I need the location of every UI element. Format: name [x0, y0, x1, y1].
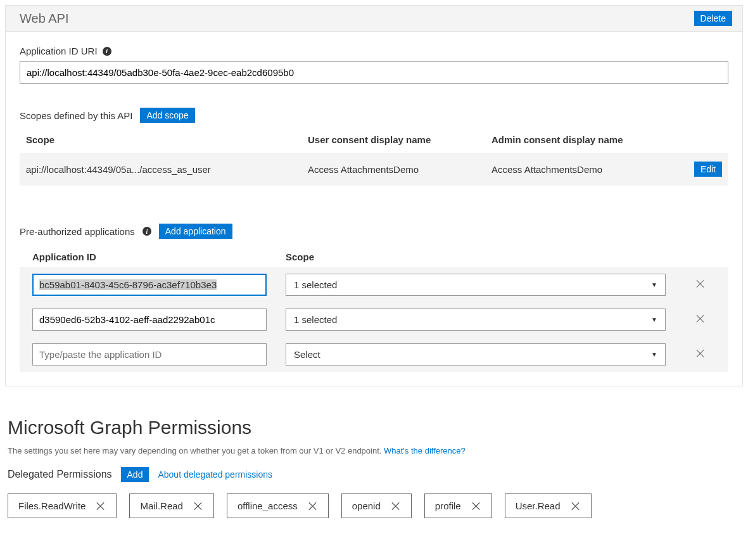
permission-chip: profile: [424, 493, 492, 518]
preauth-header: Application ID Scope: [20, 245, 728, 267]
app-id-input[interactable]: [32, 309, 267, 331]
scopes-table-header: Scope User consent display name Admin co…: [20, 129, 728, 153]
preauth-heading-row: Pre-authorized applications i Add applic…: [20, 224, 728, 239]
app-id-input[interactable]: bc59ab01-8403-45c6-8796-ac3ef710b3e3: [32, 274, 267, 296]
delete-button[interactable]: Delete: [694, 11, 732, 26]
graph-permissions-section: Microsoft Graph Permissions The settings…: [0, 391, 748, 531]
scopes-table: Scope User consent display name Admin co…: [20, 129, 728, 186]
remove-permission-icon[interactable]: [571, 501, 581, 511]
graph-subtext: The settings you set here may vary depen…: [8, 446, 740, 455]
chevron-down-icon: ▼: [651, 281, 657, 288]
scope-value: api://localhost:44349/05a.../access_as_u…: [26, 164, 308, 175]
remove-permission-icon[interactable]: [96, 501, 106, 511]
chip-label: Files.ReadWrite: [18, 500, 86, 511]
add-scope-button[interactable]: Add scope: [140, 108, 194, 123]
scope-dropdown[interactable]: 1 selected ▼: [286, 274, 666, 296]
chip-label: profile: [435, 500, 461, 511]
chip-label: Mail.Read: [140, 500, 183, 511]
scopes-table-row: api://localhost:44349/05a.../access_as_u…: [20, 153, 728, 186]
graph-heading: Microsoft Graph Permissions: [8, 417, 740, 438]
web-api-card: Web API Delete Application ID URI i Scop…: [5, 5, 743, 386]
remove-permission-icon[interactable]: [471, 501, 481, 511]
remove-permission-icon[interactable]: [308, 501, 318, 511]
app-id-uri-label-row: Application ID URI i: [20, 46, 728, 56]
user-consent-value: Access AttachmentsDemo: [308, 164, 491, 175]
chevron-down-icon: ▼: [651, 351, 657, 358]
admin-consent-value: Access AttachmentsDemo: [491, 164, 678, 175]
delegated-permissions-label: Delegated Permissions: [8, 469, 112, 480]
whats-the-difference-link[interactable]: What's the difference?: [384, 446, 466, 455]
app-id-uri-input[interactable]: [20, 61, 728, 84]
col-admin-consent: Admin consent display name: [491, 134, 678, 145]
scope-dropdown[interactable]: Select ▼: [286, 343, 666, 366]
permission-chip: Files.ReadWrite: [8, 493, 117, 518]
scopes-heading-row: Scopes defined by this API Add scope: [20, 108, 728, 123]
chevron-down-icon: ▼: [651, 316, 657, 323]
remove-icon[interactable]: [695, 279, 706, 289]
info-icon[interactable]: i: [143, 227, 151, 236]
chip-label: User.Read: [516, 500, 561, 511]
dropdown-value: 1 selected: [294, 314, 337, 325]
remove-icon[interactable]: [695, 314, 706, 324]
permission-chip: Mail.Read: [129, 493, 214, 518]
permission-chip: offline_access: [227, 493, 329, 518]
dropdown-value: Select: [294, 349, 320, 360]
card-title: Web API: [20, 11, 68, 26]
col-user-consent: User consent display name: [308, 134, 491, 145]
permission-chip: openid: [341, 493, 412, 518]
remove-permission-icon[interactable]: [391, 501, 401, 511]
card-body: Application ID URI i Scopes defined by t…: [6, 32, 742, 386]
edit-scope-button[interactable]: Edit: [694, 162, 722, 177]
scopes-heading: Scopes defined by this API: [20, 110, 132, 121]
dropdown-value: 1 selected: [294, 279, 337, 290]
permission-chip: User.Read: [505, 493, 592, 518]
app-id-uri-label: Application ID URI: [20, 46, 98, 56]
preauth-row: Select ▼: [20, 337, 728, 372]
preauth-table: Application ID Scope bc59ab01-8403-45c6-…: [20, 245, 728, 372]
add-permission-button[interactable]: Add: [121, 467, 149, 482]
chip-label: openid: [352, 500, 381, 511]
preauth-row: bc59ab01-8403-45c6-8796-ac3ef710b3e3 1 s…: [20, 267, 728, 302]
about-delegated-link[interactable]: About delegated permissions: [158, 469, 272, 480]
remove-permission-icon[interactable]: [193, 501, 203, 511]
card-header: Web API Delete: [6, 6, 742, 32]
permission-chips: Files.ReadWrite Mail.Read offline_access…: [8, 493, 740, 518]
chip-label: offline_access: [238, 500, 298, 511]
scope-dropdown[interactable]: 1 selected ▼: [286, 309, 666, 331]
col-scope: Scope: [26, 134, 308, 145]
col-scope: Scope: [286, 251, 652, 262]
preauth-row: 1 selected ▼: [20, 302, 728, 337]
info-icon[interactable]: i: [103, 47, 111, 56]
delegated-permissions-row: Delegated Permissions Add About delegate…: [8, 467, 740, 482]
add-application-button[interactable]: Add application: [159, 224, 232, 239]
col-app-id: Application ID: [32, 251, 286, 262]
app-id-input[interactable]: [32, 343, 267, 366]
remove-icon[interactable]: [695, 348, 706, 359]
preauth-heading: Pre-authorized applications: [20, 226, 135, 237]
